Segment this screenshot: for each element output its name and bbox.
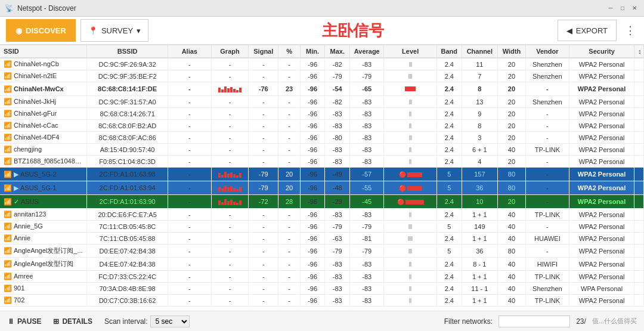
discover-button[interactable]: ◉ DISCOVER xyxy=(6,19,76,42)
table-row[interactable]: 📶ChinaNet-n2tEDC:9C:9F:35:BE:F2-----96-7… xyxy=(0,70,644,82)
table-row[interactable]: 📶ChinaNet-JkHjDC:9C:9F:31:57:A0-----96-8… xyxy=(0,96,644,108)
table-row[interactable]: 📶ChinaNet-4DF48C:68:C8:0F:AC:86-----96-8… xyxy=(0,132,644,144)
cell-extra xyxy=(634,108,644,120)
cell-max: -83 xyxy=(325,120,350,132)
cell-signal: - xyxy=(249,295,278,307)
cell-vendor: - xyxy=(525,168,569,181)
close-button[interactable]: ✕ xyxy=(630,4,639,13)
table-row[interactable]: 📶chengjingA8:15:4D:90:57:40-----96-83-83… xyxy=(0,144,644,156)
export-label: EXPORT xyxy=(576,26,608,35)
cell-signal: -72 xyxy=(249,195,278,209)
discover-icon: ◉ xyxy=(16,26,22,35)
cell-min: -96 xyxy=(300,233,325,245)
cell-ssid: 📶702 xyxy=(0,295,87,307)
cell-min: -96 xyxy=(300,120,325,132)
cell-pct: - xyxy=(278,245,300,258)
cell-band: 2.4 xyxy=(436,58,462,70)
filter-input[interactable] xyxy=(499,315,570,327)
cell-min: -96 xyxy=(300,58,325,70)
table-row[interactable]: 📶ChinaNet-MwCx8C:68:C8:14:1F:DE--7623-96… xyxy=(0,82,644,96)
cell-security: WPA2 Personal xyxy=(569,132,634,144)
menu-dots-button[interactable]: ⋮ xyxy=(623,21,638,39)
table-row[interactable]: 📶annitan12320:DC:E6:FC:E7:A5-----96-83-8… xyxy=(0,209,644,221)
col-header-min[interactable]: Min. xyxy=(300,45,325,58)
cell-extra xyxy=(634,233,644,245)
cell-alias: - xyxy=(168,144,211,156)
table-row[interactable]: 📶AngleAngel发型订阅D4:EE:07:42:B4:38-----96-… xyxy=(0,258,644,271)
col-header-width[interactable]: Width xyxy=(498,45,526,58)
maximize-button[interactable]: □ xyxy=(618,4,627,13)
cell-security: WPA2 Personal xyxy=(569,70,634,82)
cell-min: -96 xyxy=(300,283,325,295)
col-header-level[interactable]: Level xyxy=(384,45,437,58)
cell-security: WPA2 Personal xyxy=(569,195,634,209)
cell-width: 80 xyxy=(498,245,526,258)
cell-graph: - xyxy=(211,221,249,233)
table-row[interactable]: 📶ChinaNet-ngCbDC:9C:9F:26:9A:32-----96-8… xyxy=(0,58,644,70)
cell-vendor: TP-LINK xyxy=(525,144,569,156)
cell-pct: - xyxy=(278,233,300,245)
cell-pct: 23 xyxy=(278,82,300,96)
col-header-vendor[interactable]: Vendor xyxy=(525,45,569,58)
cell-ssid: 📶Amree xyxy=(0,271,87,283)
table-row[interactable]: 📶ChinaNet-cCac8C:68:C8:0F:B2:AD-----96-8… xyxy=(0,120,644,132)
table-row[interactable]: 📶90170:3A:D8:4B:8E:98-----96-83-832.411 … xyxy=(0,283,644,295)
cell-max: -29 xyxy=(325,195,350,209)
cell-min: -96 xyxy=(300,245,325,258)
cell-vendor: - xyxy=(525,195,569,209)
cell-avg: -83 xyxy=(350,295,384,307)
table-body: 📶ChinaNet-ngCbDC:9C:9F:26:9A:32-----96-8… xyxy=(0,58,644,307)
pause-button[interactable]: ⏸ PAUSE xyxy=(7,317,41,326)
cell-width: 40 xyxy=(498,233,526,245)
table-row[interactable]: 📶Annie7C:11:CB:05:45:88-----96-63-812.41… xyxy=(0,233,644,245)
cell-alias: - xyxy=(168,132,211,144)
cell-width: 40 xyxy=(498,221,526,233)
cell-alias: - xyxy=(168,195,211,209)
table-row[interactable]: 📶▶ASUS_5G-12C:FD:A1:01:63:94--7920-96-48… xyxy=(0,181,644,195)
status-bar: ⏸ PAUSE ⊞ DETAILS Scan interval: 5 sec 1… xyxy=(0,311,644,331)
details-button[interactable]: ⊞ DETAILS xyxy=(53,317,92,326)
cell-alias: - xyxy=(168,168,211,181)
col-header-band[interactable]: Band xyxy=(436,45,462,58)
col-header-security[interactable]: Security xyxy=(569,45,634,58)
col-header-average[interactable]: Average xyxy=(350,45,384,58)
cell-level xyxy=(384,233,437,245)
col-header-alias[interactable]: Alias xyxy=(168,45,211,58)
export-button[interactable]: ◀ EXPORT xyxy=(558,20,617,41)
table-row[interactable]: 📶Annie_5G7C:11:CB:05:45:8C-----96-79-795… xyxy=(0,221,644,233)
col-header-bssid[interactable]: BSSID xyxy=(87,45,168,58)
table-row[interactable]: 📶AngleAngel发型订阅_...D0:EE:07:42:B4:38----… xyxy=(0,245,644,258)
col-header-max[interactable]: Max. xyxy=(325,45,350,58)
table-row[interactable]: 📶▶ASUS_5G-22C:FD:A1:01:63:98--7920-96-49… xyxy=(0,168,644,181)
survey-button[interactable]: 📍 SURVEY ▾ xyxy=(80,19,148,42)
cell-vendor: Shenzhen xyxy=(525,70,569,82)
cell-avg: -83 xyxy=(350,132,384,144)
cell-band: 2.4 xyxy=(436,295,462,307)
scan-interval-select[interactable]: 5 sec 10 sec 30 sec xyxy=(150,315,190,327)
table-row[interactable]: 📶BTZ1688_f085c1048c3dF0:85:C1:04:8C:3D--… xyxy=(0,156,644,168)
cell-vendor: HIWIFI xyxy=(525,258,569,271)
cell-level xyxy=(384,96,437,108)
cell-ssid: 📶ChinaNet-JkHj xyxy=(0,96,87,108)
cell-width: 40 xyxy=(498,258,526,271)
cell-bssid: DC:9C:9F:26:9A:32 xyxy=(87,58,168,70)
col-header-graph[interactable]: Graph xyxy=(211,45,249,58)
col-header-ssid[interactable]: SSID xyxy=(0,45,87,58)
cell-pct: - xyxy=(278,120,300,132)
minimize-button[interactable]: ─ xyxy=(606,4,615,13)
table-row[interactable]: 📶702D0:C7:C0:3B:16:62-----96-83-832.41 +… xyxy=(0,295,644,307)
cell-bssid: 8C:68:C8:0F:AC:86 xyxy=(87,132,168,144)
cell-min: -96 xyxy=(300,181,325,195)
cell-band: 2.4 xyxy=(436,271,462,283)
cell-min: -96 xyxy=(300,209,325,221)
cell-band: 2.4 xyxy=(436,209,462,221)
table-row[interactable]: 📶ChinaNet-gFur8C:68:C8:14:26:71-----96-8… xyxy=(0,108,644,120)
cell-min: -96 xyxy=(300,144,325,156)
cell-band: 5 xyxy=(436,221,462,233)
table-row[interactable]: 📶✓ASUS2C:FD:A1:01:63:90--7228-96-29-45🔴2… xyxy=(0,195,644,209)
col-header-channel[interactable]: Channel xyxy=(462,45,497,58)
table-row[interactable]: 📶AmreeFC:D7:33:C5:22:4C-----96-83-832.41… xyxy=(0,271,644,283)
col-header-pct[interactable]: % xyxy=(278,45,300,58)
col-header-signal[interactable]: Signal xyxy=(249,45,278,58)
cell-max: -79 xyxy=(325,70,350,82)
